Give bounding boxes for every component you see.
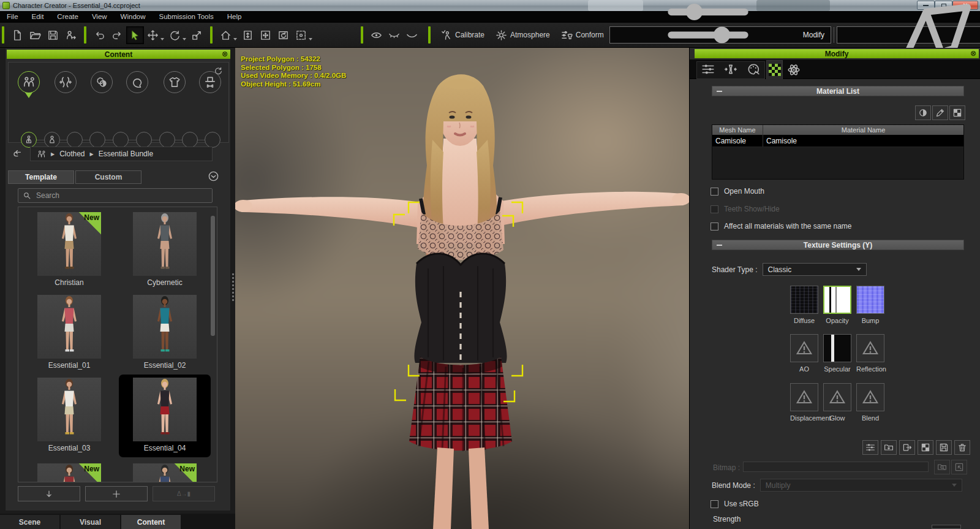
use-srgb-option[interactable]: Use sRGB xyxy=(710,500,759,508)
tab-appearance[interactable] xyxy=(747,63,760,78)
fit-vertical-button[interactable] xyxy=(239,26,257,44)
template-item[interactable]: New Christian xyxy=(23,212,115,287)
strength-spinner[interactable] xyxy=(932,525,961,529)
menu-create[interactable]: Create xyxy=(50,13,85,20)
channel-bump[interactable]: Bump xyxy=(856,286,884,324)
menu-help[interactable]: Help xyxy=(221,13,249,20)
rotate-tool-dropdown[interactable] xyxy=(183,38,186,40)
subcategory-empty[interactable] xyxy=(113,132,129,148)
export-character-button[interactable] xyxy=(62,26,80,44)
col-mesh-name[interactable]: Mesh Name xyxy=(712,125,763,135)
material-list-header[interactable]: Material List xyxy=(712,86,964,96)
subcategory-nude[interactable] xyxy=(44,132,60,148)
titlebar[interactable]: Character Creator - Essential_04.ccproje… xyxy=(0,0,980,11)
orbit-camera-button[interactable] xyxy=(274,26,292,44)
texture-save-button[interactable] xyxy=(936,440,952,455)
channel-blend[interactable]: Blend xyxy=(856,383,884,422)
subcategory-empty[interactable] xyxy=(205,132,221,148)
morph-panel-button[interactable]: Morph xyxy=(837,26,980,44)
category-head[interactable] xyxy=(126,71,148,93)
show-partial-button[interactable] xyxy=(385,26,403,44)
dock-tab-visual[interactable]: Visual xyxy=(61,515,120,529)
category-cloth[interactable] xyxy=(164,71,186,93)
new-project-button[interactable] xyxy=(9,26,26,44)
template-item[interactable]: Essential_01 xyxy=(23,295,115,370)
channel-displacement[interactable]: Displacement xyxy=(790,383,818,422)
affect-all-checkbox[interactable] xyxy=(710,223,718,230)
channel-ao[interactable]: AO xyxy=(790,334,818,373)
fit-all-button[interactable] xyxy=(257,26,274,44)
channel-reflection[interactable]: Reflection xyxy=(856,334,884,373)
texture-checker-button[interactable] xyxy=(918,440,933,455)
channel-opacity-selected[interactable]: Opacity xyxy=(823,286,851,324)
col-material-name[interactable]: Material Name xyxy=(763,125,963,135)
content-close-icon[interactable]: ⊗ xyxy=(222,50,228,59)
template-item-selected[interactable]: Essential_04 xyxy=(119,375,211,457)
modify-panel-button[interactable]: Modify xyxy=(609,26,831,44)
breadcrumb-current[interactable]: Essential Bundle xyxy=(99,150,153,158)
tab-template[interactable]: Template xyxy=(8,170,74,184)
texture-settings-header[interactable]: Texture Settings (Y) xyxy=(712,240,964,250)
modify-panel-header[interactable]: Modify ⊗ xyxy=(695,49,979,58)
texture-adjust-button[interactable] xyxy=(862,440,878,455)
texture-export-button[interactable] xyxy=(899,440,915,455)
breadcrumb[interactable]: ▶ Clothed ▶ Essential Bundle xyxy=(30,147,213,161)
frame-selection-dropdown[interactable] xyxy=(309,38,312,40)
affect-all-materials-option[interactable]: Affect all materials with the same name xyxy=(710,222,852,230)
open-mouth-checkbox[interactable] xyxy=(710,188,718,196)
open-project-button[interactable] xyxy=(26,26,44,44)
character-model[interactable] xyxy=(235,48,689,529)
material-picker-button[interactable] xyxy=(932,105,948,120)
uv-checker-button[interactable] xyxy=(949,105,965,120)
subcategory-clothed[interactable] xyxy=(21,132,37,148)
subcategory-empty[interactable] xyxy=(67,132,83,148)
atmosphere-button[interactable]: Atmosphere xyxy=(490,26,556,44)
template-grid-scrollbar[interactable] xyxy=(211,216,215,336)
dock-tab-content[interactable]: Content xyxy=(121,515,181,529)
template-item[interactable]: Cybernetic xyxy=(119,212,211,287)
menu-edit[interactable]: Edit xyxy=(25,13,51,20)
viewport-3d[interactable]: Project Polygon : 54322 Selected Polygon… xyxy=(235,48,689,529)
template-item[interactable]: Essential_02 xyxy=(119,295,211,370)
subcategory-empty[interactable] xyxy=(136,132,152,148)
frame-selection-button[interactable] xyxy=(292,26,310,44)
channel-specular[interactable]: Specular xyxy=(823,334,851,373)
template-item[interactable]: New xyxy=(119,463,211,482)
category-accessory[interactable] xyxy=(199,71,221,93)
menu-file[interactable]: File xyxy=(0,13,25,20)
subcategory-empty[interactable] xyxy=(159,132,175,148)
redo-button[interactable] xyxy=(108,26,126,44)
channel-diffuse[interactable]: Diffuse xyxy=(790,286,818,324)
convert-template-button[interactable]: Δ→▮ xyxy=(153,486,215,501)
shader-type-dropdown[interactable]: Classic xyxy=(763,263,867,276)
calibrate-button[interactable]: Calibrate xyxy=(435,26,490,44)
tab-attribute[interactable] xyxy=(701,63,715,78)
panel-splitter-handle[interactable] xyxy=(232,273,235,302)
undo-button[interactable] xyxy=(91,26,108,44)
breadcrumb-back-icon[interactable] xyxy=(12,148,23,161)
open-mouth-option[interactable]: Open Mouth xyxy=(710,187,764,196)
channel-glow[interactable]: Glow xyxy=(823,383,851,422)
use-srgb-checkbox[interactable] xyxy=(710,500,718,508)
category-body-morph[interactable] xyxy=(55,71,77,93)
collapse-icon[interactable] xyxy=(717,245,722,246)
menu-view[interactable]: View xyxy=(85,13,114,20)
collapse-chevron-icon[interactable] xyxy=(208,170,219,184)
two-sided-button[interactable] xyxy=(915,105,931,120)
subcategory-empty[interactable] xyxy=(182,132,198,148)
template-item[interactable]: New xyxy=(23,463,115,482)
add-template-button[interactable] xyxy=(85,486,148,501)
template-item[interactable]: Essential_03 xyxy=(23,378,115,452)
collapse-icon[interactable] xyxy=(717,91,722,92)
rotate-tool-button[interactable] xyxy=(166,26,184,44)
conform-button[interactable]: Conform xyxy=(556,26,609,44)
home-view-dropdown[interactable] xyxy=(233,38,237,40)
tab-material-active[interactable] xyxy=(766,60,783,79)
modify-close-icon[interactable]: ⊗ xyxy=(970,49,976,58)
select-tool-button[interactable] xyxy=(126,26,144,44)
move-tool-button[interactable] xyxy=(144,26,162,44)
texture-load-button[interactable] xyxy=(881,440,897,455)
dock-tab-scene[interactable]: Scene xyxy=(0,515,59,529)
move-tool-dropdown[interactable] xyxy=(160,38,164,40)
tab-adjust[interactable] xyxy=(724,63,737,78)
